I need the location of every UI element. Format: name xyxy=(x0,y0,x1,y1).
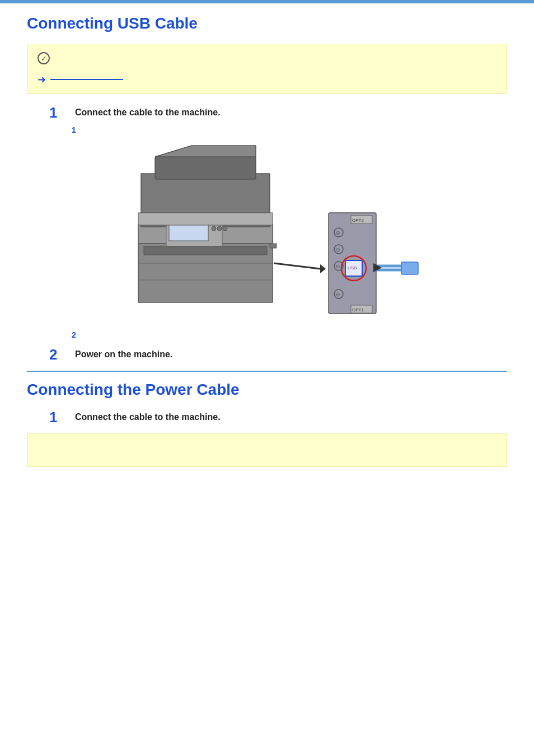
power-step-1-number: 1 xyxy=(49,410,69,424)
svg-text:⊖: ⊖ xyxy=(336,230,340,236)
svg-text:OPT1: OPT1 xyxy=(352,307,364,312)
power-step-1: 1 Connect the cable to the machine. xyxy=(27,410,507,424)
svg-rect-3 xyxy=(155,157,256,179)
step-2-number: 2 xyxy=(49,347,69,362)
page-content: Connecting USB Cable ➜ 1 Connect the cab… xyxy=(0,3,534,478)
link-underline xyxy=(50,79,123,80)
svg-text:⊖: ⊖ xyxy=(336,247,340,253)
svg-point-7 xyxy=(212,226,216,231)
sub-step-2: 2 xyxy=(27,330,507,339)
arrow-icon: ➜ xyxy=(38,73,46,86)
svg-marker-16 xyxy=(320,264,326,273)
usb-section-title: Connecting USB Cable xyxy=(27,15,507,35)
arrow-link: ➜ xyxy=(38,73,496,86)
usb-step-2: 2 Power on the machine. xyxy=(27,347,507,362)
usb-note-box: ➜ xyxy=(27,44,507,94)
section-divider xyxy=(27,371,507,372)
svg-text:USB: USB xyxy=(348,265,357,270)
svg-rect-6 xyxy=(169,223,208,241)
svg-rect-13 xyxy=(270,244,277,248)
svg-text:⊖: ⊖ xyxy=(336,292,340,297)
svg-rect-35 xyxy=(401,262,418,274)
svg-point-9 xyxy=(223,226,227,231)
step-1-number: 1 xyxy=(49,105,69,120)
step-2-label: Power on the machine. xyxy=(75,347,172,360)
power-step-1-label: Connect the cable to the machine. xyxy=(75,410,221,422)
check-icon xyxy=(38,52,50,64)
power-note-box xyxy=(27,433,507,467)
svg-rect-12 xyxy=(138,213,273,225)
printer-svg: OPT2 ⊖ ⊖ USB ⊖ ⊖ OPT1 xyxy=(99,140,457,325)
svg-point-8 xyxy=(217,226,222,231)
svg-line-15 xyxy=(274,263,320,269)
svg-rect-14 xyxy=(144,246,267,255)
svg-text:⊖: ⊖ xyxy=(336,264,340,269)
svg-marker-4 xyxy=(155,146,256,157)
sub-step-1: 1 xyxy=(27,125,507,134)
step-1-label: Connect the cable to the machine. xyxy=(75,105,221,118)
power-section-title: Connecting the Power Cable xyxy=(27,381,507,401)
svg-text:OPT2: OPT2 xyxy=(352,218,364,223)
printer-diagram: OPT2 ⊖ ⊖ USB ⊖ ⊖ OPT1 xyxy=(49,140,507,325)
usb-step-1: 1 Connect the cable to the machine. xyxy=(27,105,507,120)
